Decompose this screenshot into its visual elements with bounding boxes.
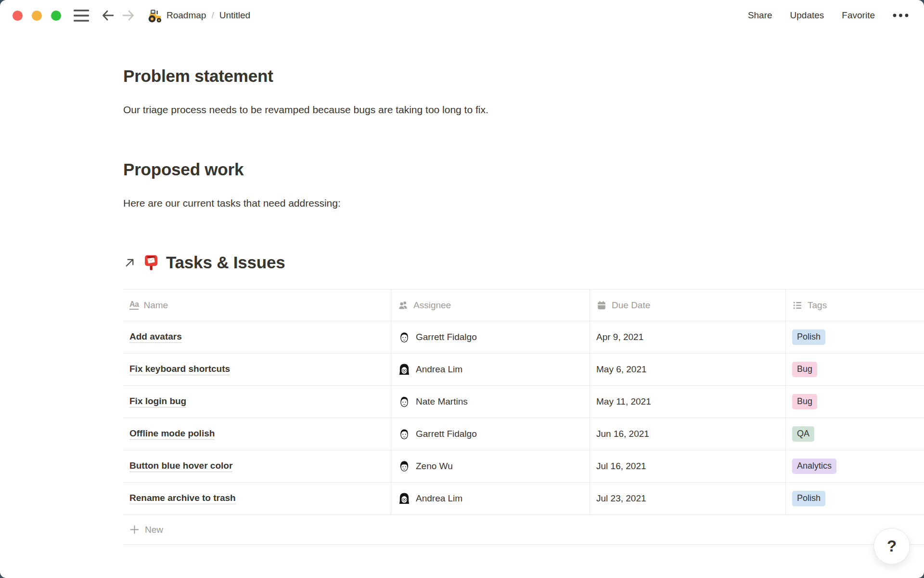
- breadcrumb-separator: /: [211, 10, 214, 21]
- table-row[interactable]: Offline mode polish Garrett Fidalgo Jun …: [123, 418, 924, 450]
- favorite-button[interactable]: Favorite: [842, 10, 875, 21]
- tags-cell[interactable]: Bug: [785, 386, 924, 418]
- table-row[interactable]: Fix keyboard shortcuts Andrea Lim May 6,…: [123, 354, 924, 386]
- mailbox-icon: [142, 254, 160, 271]
- arrow-north-east-icon: [123, 256, 136, 269]
- breadcrumb: Roadmap / Untitled: [147, 8, 250, 23]
- due-date: Jul 16, 2021: [596, 461, 646, 472]
- task-name-link[interactable]: Add avatars: [129, 331, 182, 343]
- table-row[interactable]: Rename archive to trash Andrea Lim Jul 2…: [123, 483, 924, 515]
- avatar: [398, 395, 411, 408]
- name-cell[interactable]: Fix keyboard shortcuts: [123, 354, 391, 385]
- assignee-name: Zeno Wu: [416, 461, 453, 472]
- assignee-cell[interactable]: Zeno Wu: [391, 450, 590, 482]
- task-name-link[interactable]: Fix keyboard shortcuts: [129, 364, 230, 375]
- sidebar-menu-button[interactable]: [74, 9, 89, 23]
- task-name-link[interactable]: Fix login bug: [129, 396, 186, 407]
- updates-button[interactable]: Updates: [790, 10, 824, 21]
- page-content: Problem statement Our triage process nee…: [0, 66, 924, 545]
- avatar: [398, 363, 411, 376]
- name-cell[interactable]: Add avatars: [123, 321, 391, 353]
- notion-window: Roadmap / Untitled Share Updates Favorit…: [0, 0, 924, 578]
- task-name-link[interactable]: Rename archive to trash: [129, 493, 236, 504]
- traffic-lights: [13, 11, 61, 21]
- more-options-button[interactable]: [893, 13, 909, 17]
- paragraph-problem-statement[interactable]: Our triage process needs to be revamped …: [123, 103, 924, 117]
- due-date-cell[interactable]: Jun 16, 2021: [590, 418, 785, 450]
- text-property-icon: Aa: [129, 301, 139, 310]
- tags-cell[interactable]: Bug: [785, 354, 924, 385]
- assignee-name: Andrea Lim: [416, 364, 462, 375]
- due-date-cell[interactable]: May 11, 2021: [590, 386, 785, 418]
- tag-badge: Analytics: [792, 459, 836, 474]
- due-date-cell[interactable]: Jul 23, 2021: [590, 483, 785, 514]
- breadcrumb-current-page[interactable]: Untitled: [219, 10, 250, 21]
- table-header-row: Aa Name Assignee: [123, 289, 924, 321]
- arrow-right-icon: [122, 10, 134, 21]
- table-row[interactable]: Button blue hover color Zeno Wu Jul 16, …: [123, 450, 924, 483]
- avatar: [398, 427, 411, 441]
- table-row[interactable]: Add avatars Garrett Fidalgo Apr 9, 2021 …: [123, 321, 924, 354]
- table-row[interactable]: Fix login bug Nate Martins May 11, 2021 …: [123, 386, 924, 418]
- table-rows: Add avatars Garrett Fidalgo Apr 9, 2021 …: [123, 321, 924, 515]
- help-button[interactable]: ?: [873, 528, 910, 565]
- list-icon: [792, 300, 803, 311]
- navigate-back-button[interactable]: [102, 10, 114, 21]
- name-cell[interactable]: Fix login bug: [123, 386, 391, 418]
- avatar: [398, 330, 411, 344]
- due-date: May 6, 2021: [596, 364, 647, 375]
- new-row-button[interactable]: New: [123, 515, 924, 545]
- minimize-window-button[interactable]: [32, 11, 42, 21]
- column-header-name[interactable]: Aa Name: [123, 289, 391, 321]
- question-mark-icon: ?: [887, 537, 897, 555]
- column-header-due-date[interactable]: Due Date: [590, 289, 785, 321]
- due-date-cell[interactable]: May 6, 2021: [590, 354, 785, 385]
- assignee-cell[interactable]: Garrett Fidalgo: [391, 321, 590, 353]
- assignee-cell[interactable]: Garrett Fidalgo: [391, 418, 590, 450]
- assignee-name: Garrett Fidalgo: [416, 332, 477, 342]
- assignee-cell[interactable]: Nate Martins: [391, 386, 590, 418]
- name-cell[interactable]: Rename archive to trash: [123, 483, 391, 514]
- due-date-cell[interactable]: Jul 16, 2021: [590, 450, 785, 482]
- topnav: Share Updates Favorite: [748, 10, 909, 21]
- heading-problem-statement[interactable]: Problem statement: [123, 66, 924, 87]
- titlebar: Roadmap / Untitled Share Updates Favorit…: [0, 0, 924, 31]
- tags-cell[interactable]: Polish: [785, 483, 924, 514]
- tags-cell[interactable]: QA: [785, 418, 924, 450]
- calendar-icon: [596, 300, 607, 311]
- close-window-button[interactable]: [13, 11, 23, 21]
- task-name-link[interactable]: Button blue hover color: [129, 460, 232, 472]
- due-date: Jun 16, 2021: [596, 429, 649, 439]
- avatar: [398, 460, 411, 473]
- column-header-tags[interactable]: Tags: [785, 289, 924, 321]
- linked-database-header: Tasks & Issues: [123, 251, 924, 274]
- ellipsis-icon: [893, 13, 909, 17]
- due-date-cell[interactable]: Apr 9, 2021: [590, 321, 785, 353]
- tasks-table: Aa Name Assignee: [123, 289, 924, 545]
- navigate-forward-button[interactable]: [122, 10, 134, 21]
- share-button[interactable]: Share: [748, 10, 772, 21]
- column-header-assignee[interactable]: Assignee: [391, 289, 590, 321]
- due-date: May 11, 2021: [596, 396, 651, 407]
- assignee-name: Nate Martins: [416, 396, 468, 407]
- tag-badge: Bug: [792, 362, 817, 377]
- maximize-window-button[interactable]: [51, 11, 61, 21]
- database-title[interactable]: Tasks & Issues: [166, 253, 285, 272]
- name-cell[interactable]: Button blue hover color: [123, 450, 391, 482]
- tags-cell[interactable]: Polish: [785, 321, 924, 353]
- people-icon: [398, 300, 409, 311]
- task-name-link[interactable]: Offline mode polish: [129, 428, 215, 440]
- name-cell[interactable]: Offline mode polish: [123, 418, 391, 450]
- heading-proposed-work[interactable]: Proposed work: [123, 159, 924, 180]
- assignee-cell[interactable]: Andrea Lim: [391, 354, 590, 385]
- tags-cell[interactable]: Analytics: [785, 450, 924, 482]
- assignee-name: Andrea Lim: [416, 493, 462, 504]
- tag-badge: Bug: [792, 394, 817, 409]
- due-date: Apr 9, 2021: [596, 332, 643, 342]
- assignee-cell[interactable]: Andrea Lim: [391, 483, 590, 514]
- paragraph-proposed-work[interactable]: Here are our current tasks that need add…: [123, 197, 924, 210]
- assignee-name: Garrett Fidalgo: [416, 429, 477, 439]
- tractor-icon: [147, 8, 162, 23]
- breadcrumb-root-page[interactable]: Roadmap: [167, 10, 206, 21]
- tag-badge: Polish: [792, 491, 825, 506]
